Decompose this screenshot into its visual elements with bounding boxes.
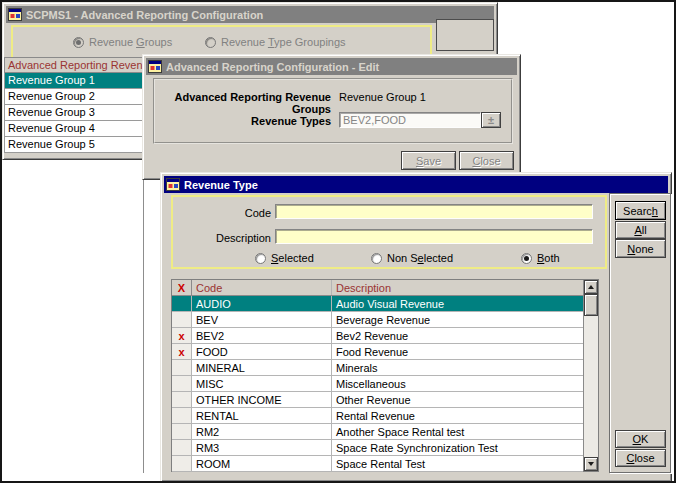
workspace-panel bbox=[2, 160, 144, 473]
scroll-up-icon[interactable] bbox=[584, 280, 598, 294]
table-row[interactable]: RM2 Another Space Rental test bbox=[172, 424, 583, 440]
code-cell: OTHER INCOME bbox=[192, 392, 332, 407]
mark-cell bbox=[172, 360, 192, 375]
revenue-types-dropdown-button[interactable]: ± bbox=[481, 112, 501, 128]
frame-box bbox=[436, 19, 494, 51]
radio-icon bbox=[73, 37, 84, 48]
table-row[interactable]: AUDIO Audio Visual Revenue bbox=[172, 296, 583, 312]
search-button[interactable]: Search bbox=[615, 201, 666, 220]
description-cell: Food Revenue bbox=[332, 344, 583, 359]
close-button-edit[interactable]: Close bbox=[459, 151, 514, 170]
ok-button[interactable]: OK bbox=[615, 430, 666, 448]
group-row[interactable]: Revenue Group 2 bbox=[4, 89, 144, 105]
table-row[interactable]: RM3 Space Rate Synchronization Test bbox=[172, 440, 583, 456]
code-cell: BEV bbox=[192, 312, 332, 327]
radio-both-label: Both bbox=[537, 252, 560, 264]
code-cell: ROOM bbox=[192, 456, 332, 471]
table-row[interactable]: x BEV2 Bev2 Revenue bbox=[172, 328, 583, 344]
mark-cell bbox=[172, 296, 192, 311]
revenue-type-window-title: Revenue Type bbox=[184, 179, 258, 191]
header-description: Description bbox=[332, 280, 583, 295]
group-row[interactable]: Revenue Group 3 bbox=[4, 105, 144, 121]
none-button[interactable]: None bbox=[615, 239, 666, 258]
description-cell: Minerals bbox=[332, 360, 583, 375]
table-row[interactable]: ROOM Space Rental Test bbox=[172, 456, 583, 472]
code-input[interactable] bbox=[275, 204, 593, 219]
description-input[interactable] bbox=[275, 229, 593, 244]
revenue-type-table: X Code Description AUDIO Audio Visual Re… bbox=[171, 279, 599, 472]
code-cell: FOOD bbox=[192, 344, 332, 359]
scpms1-title-bar[interactable]: SCPMS1 - Advanced Reporting Configuratio… bbox=[6, 6, 494, 23]
code-cell: BEV2 bbox=[192, 328, 332, 343]
radio-selected[interactable]: Selected bbox=[255, 252, 314, 264]
close-button-revenue-type[interactable]: Close bbox=[615, 449, 666, 467]
action-button-group: Search All None OK Close bbox=[609, 193, 671, 473]
edit-window-title: Advanced Reporting Configuration - Edit bbox=[166, 61, 379, 73]
groups-field-label: Advanced Reporting Revenue Groups bbox=[153, 91, 331, 115]
revenue-groups-grid: Advanced Reporting Revenue Gr Revenue Gr… bbox=[4, 57, 144, 153]
mark-cell: x bbox=[172, 344, 192, 359]
table-row[interactable]: BEV Beverage Revenue bbox=[172, 312, 583, 328]
table-row[interactable]: OTHER INCOME Other Revenue bbox=[172, 392, 583, 408]
group-row[interactable]: Revenue Group 5 bbox=[4, 137, 144, 153]
header-code: Code bbox=[192, 280, 332, 295]
table-row[interactable]: RENTAL Rental Revenue bbox=[172, 408, 583, 424]
mark-cell bbox=[172, 424, 192, 439]
radio-icon bbox=[521, 253, 532, 264]
radio-non-selected[interactable]: Non Selected bbox=[371, 252, 453, 264]
table-row[interactable]: MINERAL Minerals bbox=[172, 360, 583, 376]
window-edit: Advanced Reporting Configuration - Edit … bbox=[142, 54, 521, 180]
code-cell: RM2 bbox=[192, 424, 332, 439]
window-revenue-type: Revenue Type Code Description Selected N… bbox=[160, 172, 672, 482]
mark-cell bbox=[172, 376, 192, 391]
code-label: Code bbox=[173, 207, 271, 219]
mark-cell: x bbox=[172, 328, 192, 343]
table-scrollbar[interactable] bbox=[583, 280, 598, 471]
table-row[interactable]: x FOOD Food Revenue bbox=[172, 344, 583, 360]
form-icon bbox=[148, 60, 162, 73]
radio-both[interactable]: Both bbox=[521, 252, 560, 264]
revenue-type-table-body: X Code Description AUDIO Audio Visual Re… bbox=[172, 280, 583, 471]
mark-cell bbox=[172, 312, 192, 327]
scroll-down-icon[interactable] bbox=[584, 457, 598, 471]
form-icon bbox=[8, 8, 22, 21]
code-cell: AUDIO bbox=[192, 296, 332, 311]
table-row[interactable]: MISC Miscellaneous bbox=[172, 376, 583, 392]
header-mark: X bbox=[172, 280, 192, 295]
radio-revenue-type-groupings-label: Revenue Type Groupings bbox=[221, 36, 346, 48]
code-cell: MINERAL bbox=[192, 360, 332, 375]
code-cell: RM3 bbox=[192, 440, 332, 455]
description-cell: Another Space Rental test bbox=[332, 424, 583, 439]
revenue-types-field[interactable]: BEV2,FOOD bbox=[339, 112, 481, 128]
group-row[interactable]: Revenue Group 1 bbox=[4, 73, 144, 89]
radio-icon bbox=[205, 37, 216, 48]
scpms1-window-title: SCPMS1 - Advanced Reporting Configuratio… bbox=[26, 9, 263, 21]
all-button[interactable]: All bbox=[615, 221, 666, 239]
mark-cell bbox=[172, 392, 192, 407]
description-label: Description bbox=[173, 232, 271, 244]
description-cell: Audio Visual Revenue bbox=[332, 296, 583, 311]
radio-revenue-type-groupings[interactable]: Revenue Type Groupings bbox=[205, 36, 346, 48]
mark-cell bbox=[172, 456, 192, 471]
groups-grid-header: Advanced Reporting Revenue Gr bbox=[4, 57, 144, 73]
description-cell: Space Rental Test bbox=[332, 456, 583, 471]
search-panel: Code Description Selected Non Selected B… bbox=[171, 195, 607, 269]
description-cell: Miscellaneous bbox=[332, 376, 583, 391]
edit-title-bar[interactable]: Advanced Reporting Configuration - Edit bbox=[146, 58, 517, 75]
table-header-row: X Code Description bbox=[172, 280, 583, 296]
description-cell: Rental Revenue bbox=[332, 408, 583, 423]
description-cell: Bev2 Revenue bbox=[332, 328, 583, 343]
description-cell: Beverage Revenue bbox=[332, 312, 583, 327]
radio-revenue-groups[interactable]: Revenue Groups bbox=[73, 36, 172, 48]
radio-selected-label: Selected bbox=[271, 252, 314, 264]
description-cell: Other Revenue bbox=[332, 392, 583, 407]
radio-non-selected-label: Non Selected bbox=[387, 252, 453, 264]
scrollbar-thumb[interactable] bbox=[584, 294, 598, 316]
group-row[interactable]: Revenue Group 4 bbox=[4, 121, 144, 137]
groups-field-value: Revenue Group 1 bbox=[339, 91, 426, 103]
radio-icon bbox=[255, 253, 266, 264]
description-cell: Space Rate Synchronization Test bbox=[332, 440, 583, 455]
save-button[interactable]: Save bbox=[401, 151, 456, 170]
revenue-type-title-bar[interactable]: Revenue Type bbox=[164, 176, 668, 193]
mark-cell bbox=[172, 408, 192, 423]
